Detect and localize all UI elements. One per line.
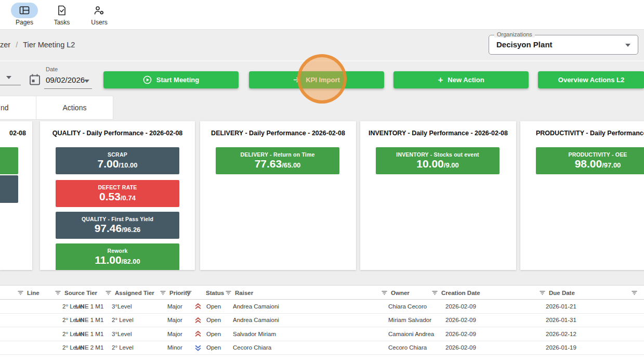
cell-source-tier: 2° Level bbox=[62, 327, 84, 341]
column-header-source-tier: Source Tier bbox=[55, 286, 97, 300]
kpi-tile-stocks-out[interactable]: INVENTORY - Stocks out event 10.00/9.00 bbox=[376, 147, 500, 174]
table-header: Line Source Tier Assigned Tier Priority … bbox=[0, 286, 644, 300]
kpi-card-truncated: 02-08 bbox=[0, 121, 32, 270]
cell-due-date: 2026-02-12 bbox=[546, 327, 576, 341]
tab-truncated[interactable]: nd bbox=[0, 96, 36, 120]
cell-assigned-tier: 2° Level bbox=[112, 341, 134, 355]
chevron-down-icon[interactable] bbox=[84, 80, 89, 83]
nav-item-tasks[interactable]: Tasks bbox=[45, 3, 78, 26]
import-arrow-icon bbox=[293, 76, 301, 84]
breadcrumb-parent[interactable]: zer bbox=[0, 41, 10, 49]
cell-status: Open bbox=[206, 341, 221, 355]
cell-owner: Miriam Salvador bbox=[388, 314, 431, 327]
calendar-icon[interactable] bbox=[29, 73, 41, 89]
column-header-line: Line bbox=[17, 286, 40, 300]
kpi-tile-defect-rate[interactable]: DEFECT RATE 0.53/0.74 bbox=[56, 180, 179, 207]
kpi-tile-value: 10.00 bbox=[416, 158, 444, 170]
column-header-creation-date: Creation Date bbox=[431, 286, 480, 300]
kpi-tile-label: DELIVERY - Return on Time bbox=[240, 151, 314, 158]
cell-owner: Camaioni Andrea bbox=[388, 327, 434, 341]
kpi-tile-label: PRODUCTIVITY - OEE bbox=[568, 151, 627, 158]
kpi-tile-first-pass-yield[interactable]: QUALITY - First Pass Yield 97.46/96.26 bbox=[56, 212, 179, 239]
kpi-tile-value: 77.63 bbox=[255, 158, 282, 170]
nav-label-pages: Pages bbox=[8, 19, 41, 26]
breadcrumb: zer/Tier Meeting L2 bbox=[0, 41, 75, 49]
cell-status: Open bbox=[206, 300, 221, 313]
kpi-tile-target: /65.00 bbox=[282, 161, 300, 169]
cell-creation-date: 2026-02-09 bbox=[445, 314, 476, 327]
filter-icon[interactable] bbox=[105, 290, 112, 295]
filter-icon[interactable] bbox=[225, 290, 232, 295]
cell-raiser: Andrea Camaioni bbox=[233, 314, 279, 327]
kpi-card-title: DELIVERY - Daily Performance - 2026-02-0… bbox=[200, 130, 356, 137]
nav-item-users[interactable]: Users bbox=[83, 3, 116, 26]
cell-assigned-tier: 3°Level bbox=[112, 327, 132, 341]
filter-icon[interactable] bbox=[381, 290, 388, 295]
actions-table: Line Source Tier Assigned Tier Priority … bbox=[0, 285, 644, 360]
kpi-tile-label: QUALITY - First Pass Yield bbox=[82, 216, 153, 222]
kpi-card-productivity: PRODUCTIVITY - Daily Performance - 202 P… bbox=[520, 121, 644, 270]
overview-actions-label: Overview Actions L2 bbox=[558, 76, 624, 84]
kpi-tile-value: 0.53 bbox=[99, 190, 121, 202]
cell-status: Open bbox=[206, 327, 221, 341]
priority-chevrons-icon bbox=[194, 314, 202, 327]
tab-actions[interactable]: Actions bbox=[36, 96, 113, 120]
filter-icon[interactable] bbox=[631, 290, 638, 295]
filter-icon[interactable] bbox=[160, 290, 166, 295]
kpi-tile[interactable] bbox=[0, 175, 18, 203]
kpi-tile-scrap[interactable]: SCRAP 7.00/10.00 bbox=[56, 147, 179, 174]
cell-raiser: Salvador Miriam bbox=[233, 327, 276, 341]
column-header-status: Status bbox=[186, 286, 224, 300]
cell-creation-date: 2026-02-09 bbox=[445, 341, 476, 355]
cell-status: Open bbox=[206, 314, 221, 327]
nav-item-pages[interactable]: Pages bbox=[8, 3, 41, 26]
filter-icon[interactable] bbox=[55, 290, 61, 295]
kpi-import-button[interactable]: KPI Import bbox=[249, 71, 384, 88]
filter-icon[interactable] bbox=[186, 290, 192, 295]
kpi-tile-return-on-time[interactable]: DELIVERY - Return on Time 77.63/65.00 bbox=[216, 147, 339, 174]
cell-priority: Minor bbox=[167, 341, 182, 355]
kpi-tile-oee[interactable]: PRODUCTIVITY - OEE 98.00/97.00 bbox=[536, 147, 644, 174]
table-row[interactable]: LINE 1 M1 2° Level 2° Level Major Open A… bbox=[0, 314, 644, 328]
filter-icon[interactable] bbox=[431, 290, 438, 295]
chevron-down-icon bbox=[625, 44, 630, 47]
kpi-tile[interactable] bbox=[0, 147, 18, 174]
new-action-button[interactable]: + New Action bbox=[393, 71, 529, 88]
cell-owner: Cecoro Chiara bbox=[388, 341, 427, 355]
truncated-select[interactable] bbox=[0, 72, 21, 85]
filter-icon[interactable] bbox=[17, 290, 24, 295]
kpi-tile-target: /96.26 bbox=[122, 226, 140, 234]
priority-chevrons-icon bbox=[194, 300, 202, 313]
date-field-label: Date bbox=[46, 66, 58, 72]
column-header-assigned-tier: Assigned Tier bbox=[105, 286, 154, 300]
organizations-select[interactable]: Organizations Decisyon Plant bbox=[489, 35, 638, 55]
kpi-tile-label: INVENTORY - Stocks out event bbox=[396, 151, 479, 158]
filter-icon[interactable] bbox=[539, 290, 546, 295]
table-row[interactable]: LINE 2 M1 2° Level 2° Level Minor Open C… bbox=[0, 341, 644, 355]
date-field-underline bbox=[44, 88, 92, 89]
organizations-label: Organizations bbox=[494, 31, 535, 37]
pages-grid-icon bbox=[19, 5, 30, 16]
kpi-tile-label: Rework bbox=[107, 248, 127, 254]
nav-label-users: Users bbox=[83, 19, 116, 26]
organizations-value: Decisyon Plant bbox=[496, 40, 553, 49]
overview-actions-button[interactable]: Overview Actions L2 bbox=[538, 71, 644, 88]
kpi-tile-value: 97.46 bbox=[95, 222, 122, 234]
breadcrumb-separator: / bbox=[16, 41, 18, 49]
cell-creation-date: 2026-02-09 bbox=[445, 327, 476, 341]
cell-priority: Major bbox=[167, 314, 182, 327]
kpi-tile-rework[interactable]: Rework 11.00/82.00 bbox=[56, 243, 179, 270]
table-row[interactable]: LINE 1 M1 2° Level 3°Level Major Open An… bbox=[0, 300, 644, 314]
date-field-value[interactable]: 09/02/2026 bbox=[46, 75, 85, 84]
kpi-tile-value: 11.00 bbox=[95, 254, 121, 266]
table-row[interactable]: LINE 1 M1 2° Level 3°Level Major Open Sa… bbox=[0, 327, 644, 341]
cell-priority: Major bbox=[167, 300, 182, 313]
column-header-due-date: Due Date bbox=[539, 286, 575, 300]
tab-truncated-label: nd bbox=[1, 104, 9, 112]
kpi-tile-value: 98.00 bbox=[575, 158, 602, 170]
cell-due-date: 2026-01-31 bbox=[546, 314, 576, 327]
kpi-tile-target: /10.00 bbox=[119, 161, 137, 169]
tab-actions-label: Actions bbox=[63, 104, 87, 112]
start-meeting-button[interactable]: Start Meeting bbox=[103, 71, 239, 88]
kpi-import-label: KPI Import bbox=[306, 76, 340, 84]
